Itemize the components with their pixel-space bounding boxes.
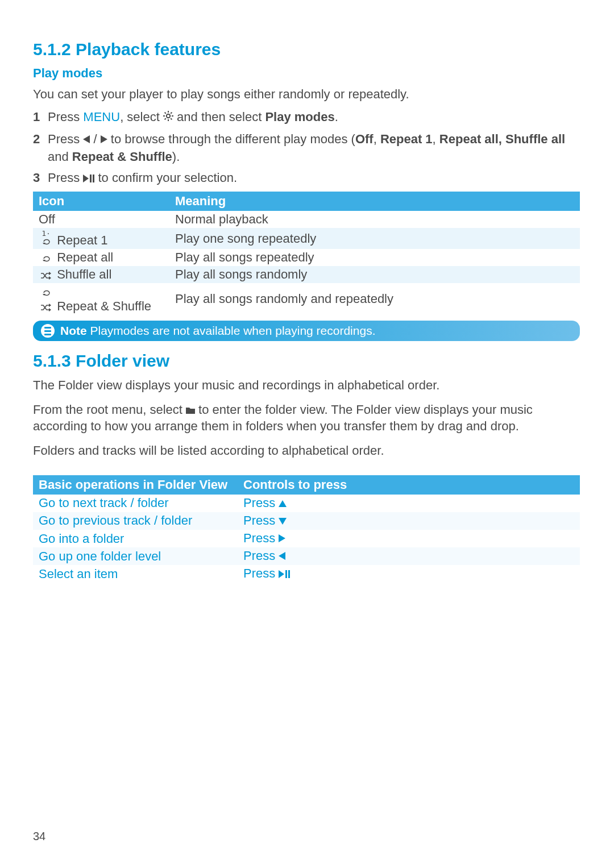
th-icon: Icon [33,192,169,211]
subheading-play-modes: Play modes [33,66,580,81]
control-cell: Press [238,565,580,583]
folder-p1: The Folder view displays your music and … [33,377,580,394]
left-arrow-icon [279,549,285,563]
up-arrow-icon [279,496,287,510]
control-cell: Press [238,530,580,547]
op-cell: Go up one folder level [33,547,238,565]
meaning-cell: Play all songs randomly [169,266,580,283]
step-number: 3 [33,169,41,187]
step-number: 2 [33,131,41,165]
section-heading-folder: 5.1.3 Folder view [33,351,580,371]
note-text: Note Playmodes are not available when pl… [60,324,375,338]
control-cell: Press [238,547,580,565]
op-cell: Go into a folder [33,530,238,547]
mode-cell: 1· Repeat 1 [33,228,169,249]
note-icon [41,324,55,338]
right-arrow-icon [101,131,107,148]
mode-cell: Off [33,211,169,228]
menu-label: MENU [83,110,120,124]
folder-operations-table: Basic operations in Folder View Controls… [33,475,580,583]
folder-p2: From the root menu, select to enter the … [33,402,580,435]
meaning-cell: Play all songs repeatedly [169,249,580,266]
page-number: 34 [33,830,45,843]
th-operation: Basic operations in Folder View [33,475,238,495]
steps-list: 1 Press MENU, select and then select Pla… [33,109,580,188]
op-cell: Go to previous track / folder [33,512,238,530]
left-arrow-icon [83,131,90,148]
control-cell: Press [238,495,580,512]
th-controls: Controls to press [238,475,580,495]
op-cell: Go to next track / folder [33,495,238,512]
step-text: Press / to browse through the different … [48,131,580,165]
mode-cell: Shuffle all [33,266,169,283]
step-number: 1 [33,109,41,126]
op-cell: Select an item [33,565,238,583]
play-modes-table: Icon Meaning Off Normal playback 1· Repe… [33,192,580,315]
folder-p3: Folders and tracks will be listed accord… [33,443,580,459]
mode-cell: Repeat & Shuffle [33,283,169,315]
th-meaning: Meaning [169,192,580,211]
control-cell: Press [238,512,580,530]
play-pause-icon [279,567,290,582]
repeat-all-icon [39,250,53,265]
gear-icon [163,109,173,126]
folder-icon [186,402,195,418]
step-text: Press to confirm your selection. [48,169,580,187]
play-pause-icon [83,170,94,187]
repeat-1-icon: 1· [39,229,53,246]
right-arrow-icon [279,531,285,546]
mode-cell: Repeat all [33,249,169,266]
shuffle-icon [39,267,53,282]
down-arrow-icon [279,513,287,528]
section-heading-playback: 5.1.2 Playback features [33,40,580,59]
intro-paragraph: You can set your player to play songs ei… [33,86,580,103]
meaning-cell: Play all songs randomly and repeatedly [169,283,580,315]
meaning-cell: Play one song repeatedly [169,228,580,249]
meaning-cell: Normal playback [169,211,580,228]
step-text: Press MENU, select and then select Play … [48,109,580,126]
repeat-shuffle-icon [39,284,53,314]
note-bar: Note Playmodes are not available when pl… [33,321,580,341]
